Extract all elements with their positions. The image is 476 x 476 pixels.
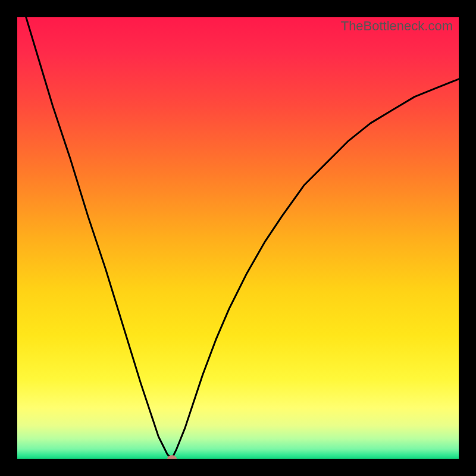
chart-frame: TheBottleneck.com xyxy=(0,0,476,476)
marker-dot xyxy=(167,455,177,459)
curve-svg xyxy=(17,17,459,459)
plot-area: TheBottleneck.com xyxy=(17,17,459,459)
curve-path xyxy=(17,17,459,459)
